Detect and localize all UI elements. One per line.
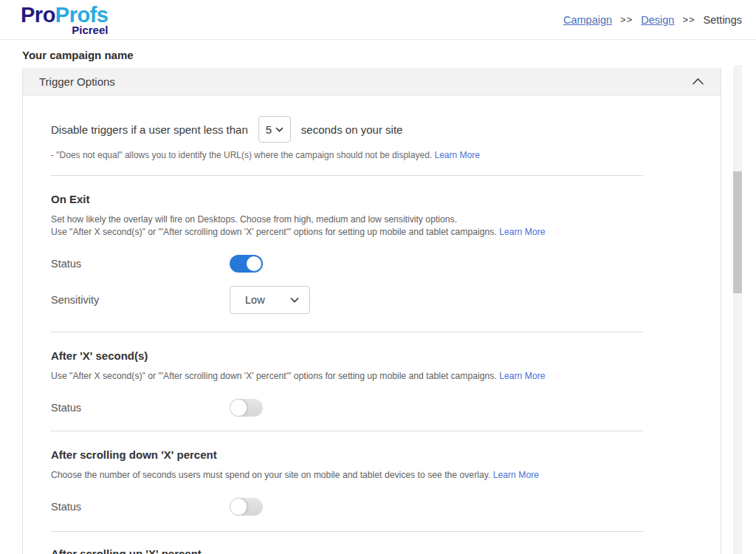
section-title: After 'X' second(s) — [51, 349, 643, 362]
description-line: Use "After X second(s)" or "'After scrol… — [51, 226, 643, 239]
section-title: After scrolling up 'X' percent — [51, 547, 643, 554]
scrollbar-track[interactable] — [733, 65, 742, 554]
trigger-options-panel: Trigger Options Disable triggers if a us… — [22, 68, 721, 554]
section-description: Use "After X second(s)" or "'After scrol… — [51, 370, 643, 383]
sensitivity-label: Sensitivity — [51, 294, 230, 306]
learn-more-link[interactable]: Learn More — [493, 470, 539, 480]
section-after-scrolling-up: After scrolling up 'X' percent — [51, 532, 643, 554]
breadcrumb-design[interactable]: Design — [641, 14, 674, 26]
logo-part-profs: Profs — [55, 3, 109, 27]
seconds-select-value: 5 — [266, 123, 272, 136]
breadcrumb-separator: >> — [682, 14, 695, 25]
description-line: Set how likely the overlay will fire on … — [51, 213, 643, 226]
breadcrumb-separator: >> — [620, 14, 633, 25]
chevron-down-icon — [275, 127, 284, 132]
logo-wordmark: ProProfs — [21, 4, 108, 26]
after-x-seconds-status-toggle[interactable] — [230, 399, 263, 417]
toggle-knob — [230, 399, 247, 417]
on-exit-status-toggle[interactable] — [230, 255, 263, 273]
sensitivity-row: Sensitivity Low — [51, 286, 643, 314]
status-label: Status — [51, 402, 230, 414]
logo-subtitle: Picreel — [72, 24, 108, 35]
section-after-x-seconds: After 'X' second(s) Use "After X second(… — [51, 332, 643, 431]
section-title: After scrolling down 'X' percent — [51, 448, 643, 461]
disable-triggers-label-prefix: Disable triggers if a user spent less th… — [51, 123, 248, 136]
status-row: Status — [51, 399, 643, 417]
learn-more-link[interactable]: Learn More — [499, 371, 545, 381]
learn-more-link[interactable]: Learn More — [434, 150, 479, 160]
toggle-knob — [247, 256, 261, 271]
status-label: Status — [51, 501, 230, 513]
status-row: Status — [51, 255, 643, 273]
sensitivity-select[interactable]: Low — [230, 286, 310, 314]
learn-more-link[interactable]: Learn More — [499, 227, 545, 237]
status-row: Status — [51, 498, 643, 516]
seconds-select[interactable]: 5 — [258, 116, 291, 143]
logo-part-pro: Pro — [21, 3, 55, 27]
breadcrumb: Campaign >> Design >> Settings — [563, 14, 742, 26]
status-label: Status — [51, 258, 230, 270]
trigger-options-header[interactable]: Trigger Options — [23, 68, 721, 96]
disable-triggers-label-suffix: seconds on your site — [301, 123, 403, 136]
section-title: On Exit — [51, 193, 643, 205]
chevron-up-icon[interactable] — [692, 75, 704, 89]
disable-triggers-helper: - "Does not equal" allows you to identif… — [51, 150, 643, 160]
section-on-exit: On Exit Set how likely the overlay will … — [51, 176, 643, 332]
disable-triggers-row: Disable triggers if a user spent less th… — [51, 116, 643, 143]
toggle-knob — [230, 498, 247, 516]
scrollbar-thumb[interactable] — [733, 171, 742, 293]
page-title: Your campaign name — [22, 49, 756, 61]
chevron-down-icon — [290, 297, 299, 303]
section-after-scrolling-down: After scrolling down 'X' percent Choose … — [51, 431, 643, 532]
proprofs-picreel-logo[interactable]: ProProfs Picreel — [21, 4, 108, 35]
helper-text: - "Does not equal" allows you to identif… — [51, 150, 432, 160]
after-scrolling-down-status-toggle[interactable] — [230, 498, 263, 516]
sensitivity-select-value: Low — [245, 294, 265, 306]
section-description: Set how likely the overlay will fire on … — [51, 213, 643, 239]
trigger-options-title: Trigger Options — [39, 75, 115, 88]
app-header: ProProfs Picreel Campaign >> Design >> S… — [0, 0, 756, 40]
breadcrumb-settings: Settings — [704, 14, 742, 26]
section-description: Choose the number of seconds users must … — [51, 469, 643, 482]
breadcrumb-campaign[interactable]: Campaign — [563, 14, 612, 26]
